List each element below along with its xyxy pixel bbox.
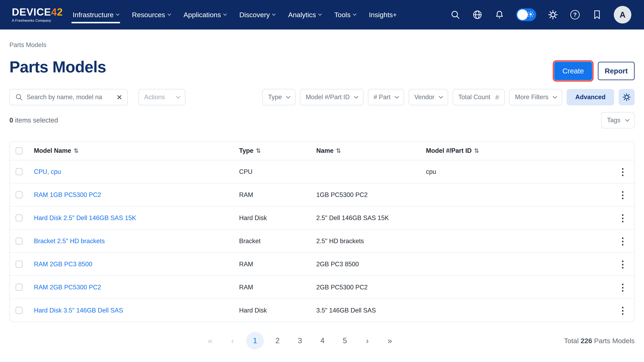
nav-item-resources[interactable]: Resources bbox=[132, 0, 170, 30]
column-settings-button[interactable] bbox=[619, 89, 634, 105]
model-name-link[interactable]: RAM 1GB PC5300 PC2 bbox=[34, 191, 101, 198]
filter-model-part-id[interactable]: Model #/Part ID bbox=[300, 89, 363, 105]
logo-4: 4 bbox=[51, 6, 57, 18]
nav-item-label: Applications bbox=[184, 11, 221, 19]
number-filter-icon: # bbox=[495, 93, 499, 101]
row-checkbox[interactable] bbox=[16, 237, 23, 245]
type-cell: RAM bbox=[239, 191, 316, 199]
first-page-button[interactable]: « bbox=[201, 332, 219, 349]
model-name-link[interactable]: Hard Disk 2.5" Dell 146GB SAS 15K bbox=[34, 214, 136, 222]
sort-icon[interactable]: ⇅ bbox=[256, 147, 261, 154]
page-button-3[interactable]: 3 bbox=[291, 332, 309, 349]
create-button[interactable]: Create bbox=[554, 62, 592, 80]
last-page-button[interactable]: » bbox=[381, 332, 398, 349]
sort-icon[interactable]: ⇅ bbox=[474, 147, 479, 154]
logo-text: DEVICE42 bbox=[12, 7, 63, 17]
column-header-part-id[interactable]: Model #/Part ID ⇅ bbox=[426, 147, 611, 154]
row-checkbox[interactable] bbox=[16, 214, 23, 222]
page-button-5[interactable]: 5 bbox=[336, 332, 354, 349]
nav-menu: InfrastructureResourcesApplicationsDisco… bbox=[73, 0, 410, 30]
chevron-down-icon bbox=[168, 12, 171, 16]
row-actions-kebab-icon[interactable]: ⋮ bbox=[611, 167, 634, 176]
chevron-down-icon bbox=[286, 94, 290, 98]
device42-logo[interactable]: DEVICE42 A Freshworks Company bbox=[12, 7, 63, 23]
clear-search-icon[interactable]: × bbox=[116, 92, 122, 102]
filter--part[interactable]: # Part bbox=[368, 89, 404, 105]
search-input[interactable] bbox=[26, 93, 113, 101]
filter-type[interactable]: Type bbox=[262, 89, 296, 105]
row-checkbox[interactable] bbox=[16, 307, 23, 314]
nav-item-analytics[interactable]: Analytics bbox=[288, 0, 321, 30]
notifications-bell-icon[interactable] bbox=[494, 10, 505, 20]
name-cell: 2.5" Dell 146GB SAS 15K bbox=[316, 214, 426, 222]
bookmark-icon[interactable] bbox=[592, 10, 602, 20]
selection-label: items selected bbox=[13, 116, 58, 124]
table-row: RAM 2GB PC3 8500 RAM 2GB PC3 8500 ⋮ bbox=[10, 252, 634, 275]
page-title: Parts Models bbox=[10, 58, 634, 76]
row-actions-kebab-icon[interactable]: ⋮ bbox=[611, 283, 634, 292]
settings-gear-icon[interactable] bbox=[548, 10, 558, 20]
user-avatar[interactable]: A bbox=[614, 6, 631, 24]
total-count-label: Total Count bbox=[458, 93, 490, 101]
row-checkbox[interactable] bbox=[16, 168, 23, 175]
nav-item-label: Analytics bbox=[288, 11, 316, 19]
page-button-1[interactable]: 1 bbox=[246, 332, 264, 349]
row-checkbox[interactable] bbox=[16, 261, 23, 268]
sort-icon[interactable]: ⇅ bbox=[74, 147, 78, 154]
sort-icon[interactable]: ⇅ bbox=[336, 147, 341, 154]
table-body: CPU, cpu CPU cpu ⋮ RAM 1GB PC5300 PC2 RA… bbox=[10, 160, 634, 322]
actions-dropdown[interactable]: Actions bbox=[138, 89, 186, 105]
model-name-link[interactable]: RAM 2GB PC3 8500 bbox=[34, 261, 92, 268]
help-icon[interactable]: ? bbox=[570, 10, 580, 20]
filter-dropdowns: TypeModel #/Part ID# PartVendor bbox=[262, 89, 448, 105]
model-name-link[interactable]: CPU, cpu bbox=[34, 168, 61, 175]
name-cell: 2GB PC5300 PC2 bbox=[316, 284, 426, 291]
filter-vendor[interactable]: Vendor bbox=[408, 89, 448, 105]
page-button-2[interactable]: 2 bbox=[269, 332, 286, 349]
nav-item-infrastructure[interactable]: Infrastructure bbox=[73, 0, 119, 30]
row-checkbox[interactable] bbox=[16, 191, 23, 198]
row-checkbox[interactable] bbox=[16, 284, 23, 291]
filter-bar: × Actions TypeModel #/Part ID# PartVendo… bbox=[10, 89, 634, 105]
filter-total-count[interactable]: Total Count # bbox=[453, 89, 505, 105]
column-header-name[interactable]: Name ⇅ bbox=[316, 147, 426, 154]
filter-more-filters[interactable]: More Filters bbox=[509, 89, 562, 105]
tags-dropdown[interactable]: Tags bbox=[601, 112, 634, 128]
pagination: « ‹ 12345 › » bbox=[201, 332, 398, 349]
breadcrumb[interactable]: Parts Models bbox=[10, 41, 634, 49]
name-cell: 1GB PC5300 PC2 bbox=[316, 191, 426, 199]
row-actions-kebab-icon[interactable]: ⋮ bbox=[611, 236, 634, 246]
row-actions-kebab-icon[interactable]: ⋮ bbox=[611, 306, 634, 315]
model-name-link[interactable]: RAM 2GB PC5300 PC2 bbox=[34, 284, 101, 291]
nav-item-insights[interactable]: Insights+ bbox=[369, 0, 397, 30]
column-header-type[interactable]: Type ⇅ bbox=[239, 147, 316, 154]
row-actions-kebab-icon[interactable]: ⋮ bbox=[611, 213, 634, 223]
model-name-link[interactable]: Hard Disk 3.5" 146GB Dell SAS bbox=[34, 307, 123, 314]
model-name-link[interactable]: Bracket 2.5" HD brackets bbox=[34, 237, 105, 245]
nav-item-applications[interactable]: Applications bbox=[184, 0, 226, 30]
tags-label: Tags bbox=[607, 117, 620, 124]
parts-models-table: Model Name ⇅ Type ⇅ Name ⇅ Model #/Part … bbox=[10, 141, 634, 322]
globe-icon[interactable] bbox=[472, 10, 483, 20]
row-actions-kebab-icon[interactable]: ⋮ bbox=[611, 260, 634, 269]
nav-item-tools[interactable]: Tools bbox=[334, 0, 356, 30]
sun-icon bbox=[527, 11, 534, 19]
chevron-down-icon bbox=[353, 12, 356, 16]
search-icon[interactable] bbox=[450, 10, 461, 20]
advanced-button[interactable]: Advanced bbox=[566, 89, 614, 105]
table-row: Bracket 2.5" HD brackets Bracket 2.5" HD… bbox=[10, 229, 634, 252]
nav-item-discovery[interactable]: Discovery bbox=[239, 0, 275, 30]
page-button-4[interactable]: 4 bbox=[314, 332, 331, 349]
part-id-cell: cpu bbox=[426, 168, 611, 175]
column-header-model-name[interactable]: Model Name ⇅ bbox=[34, 147, 239, 154]
theme-toggle[interactable] bbox=[516, 8, 536, 21]
logo-device: DEVICE bbox=[12, 6, 51, 18]
nav-item-label: Tools bbox=[334, 11, 350, 19]
previous-page-button[interactable]: ‹ bbox=[224, 332, 241, 349]
next-page-button[interactable]: › bbox=[358, 332, 376, 349]
row-actions-kebab-icon[interactable]: ⋮ bbox=[611, 190, 634, 200]
search-input-wrapper[interactable]: × bbox=[10, 89, 128, 105]
select-all-checkbox[interactable] bbox=[16, 147, 23, 154]
report-button[interactable]: Report bbox=[598, 62, 634, 80]
name-cell: 2GB PC3 8500 bbox=[316, 261, 426, 268]
